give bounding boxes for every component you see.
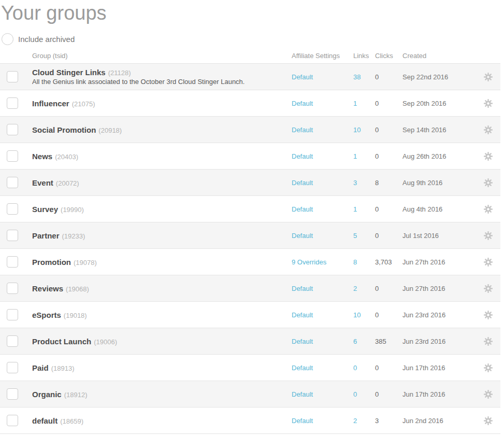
row-actions-cell: [477, 311, 500, 319]
group-name-link[interactable]: Influencer: [32, 99, 69, 108]
group-name-link[interactable]: Cloud Stinger Links: [32, 68, 106, 77]
group-name-link[interactable]: Survey: [32, 205, 58, 214]
affiliate-settings-link[interactable]: Default: [292, 179, 313, 187]
row-actions-cell: [477, 258, 500, 266]
group-tsid: (19990): [61, 206, 84, 214]
links-count-link[interactable]: 2: [353, 417, 357, 425]
links-count-link[interactable]: 6: [353, 338, 357, 345]
clicks-cell: 0: [375, 126, 402, 134]
affiliate-settings-link[interactable]: Default: [292, 232, 313, 240]
links-count-link[interactable]: 10: [353, 311, 361, 319]
row-checkbox[interactable]: [7, 177, 18, 188]
clicks-cell: 3,703: [375, 258, 402, 266]
page-title: Your groups: [1, 1, 504, 25]
row-actions-cell: [477, 284, 500, 293]
group-tsid: (20403): [55, 153, 78, 161]
affiliate-settings-link[interactable]: Default: [292, 338, 313, 345]
row-checkbox[interactable]: [7, 256, 18, 268]
gear-icon[interactable]: [484, 125, 493, 134]
group-name-link[interactable]: Promotion: [32, 258, 71, 266]
affiliate-settings-link[interactable]: Default: [292, 152, 313, 160]
affiliate-settings-link[interactable]: Default: [292, 73, 313, 81]
gear-icon[interactable]: [484, 99, 493, 108]
group-name-link[interactable]: Reviews: [32, 284, 63, 293]
links-count-link[interactable]: 2: [353, 285, 357, 292]
links-count-link[interactable]: 0: [353, 364, 357, 372]
affiliate-settings-link[interactable]: Default: [292, 364, 313, 372]
row-checkbox[interactable]: [7, 97, 18, 109]
group-name-link[interactable]: Paid: [32, 363, 49, 372]
links-cell: 2: [353, 417, 375, 425]
row-checkbox[interactable]: [7, 230, 18, 241]
links-cell: 0: [353, 364, 375, 372]
gear-icon[interactable]: [484, 152, 493, 161]
affiliate-settings-link[interactable]: Default: [292, 285, 313, 292]
affiliate-settings-link[interactable]: Default: [292, 311, 313, 319]
links-count-link[interactable]: 38: [353, 73, 361, 81]
group-cell: default(18659): [32, 416, 292, 425]
row-checkbox[interactable]: [7, 335, 18, 347]
group-cell: Organic(18912): [32, 390, 292, 399]
affiliate-settings-cell: Default: [292, 338, 353, 345]
your-groups-page: Your groups Include archived Group (tsid…: [0, 1, 504, 434]
links-count-link[interactable]: 10: [353, 126, 361, 134]
row-checkbox[interactable]: [7, 71, 18, 82]
affiliate-settings-link[interactable]: Default: [292, 205, 313, 213]
clicks-cell: 0: [375, 364, 402, 372]
gear-icon[interactable]: [484, 178, 493, 187]
group-cell: News(20403): [32, 152, 292, 161]
gear-icon[interactable]: [484, 337, 493, 346]
row-checkbox[interactable]: [7, 388, 18, 400]
links-count-link[interactable]: 5: [353, 232, 357, 240]
gear-icon[interactable]: [484, 363, 493, 372]
row-checkbox[interactable]: [7, 283, 18, 294]
links-count-link[interactable]: 3: [353, 179, 357, 187]
gear-icon[interactable]: [484, 205, 493, 214]
header-affiliate-settings: Affiliate Settings: [292, 52, 353, 60]
row-checkbox[interactable]: [7, 124, 18, 135]
row-checkbox[interactable]: [7, 362, 18, 373]
affiliate-settings-link[interactable]: Default: [292, 417, 313, 425]
row-actions-cell: [477, 390, 500, 399]
links-count-link[interactable]: 1: [353, 100, 357, 107]
affiliate-settings-link[interactable]: Default: [292, 100, 313, 107]
links-cell: 3: [353, 179, 375, 187]
gear-icon[interactable]: [484, 231, 493, 240]
group-tsid: (20072): [56, 179, 79, 187]
affiliate-settings-link[interactable]: 9 Overrides: [292, 258, 326, 266]
group-name-link[interactable]: eSports: [32, 311, 61, 319]
gear-icon[interactable]: [484, 258, 493, 266]
table-row: News(20403) Default 1 0 Aug 26th 2016: [0, 143, 500, 170]
affiliate-settings-link[interactable]: Default: [292, 390, 313, 398]
created-cell: Aug 26th 2016: [402, 152, 477, 160]
gear-icon[interactable]: [484, 311, 493, 319]
group-name-link[interactable]: Organic: [32, 390, 62, 399]
row-checkbox-cell: [0, 335, 32, 347]
links-count-link[interactable]: 8: [353, 258, 357, 266]
group-name-link[interactable]: Product Launch: [32, 337, 91, 346]
links-cell: 1: [353, 100, 375, 107]
links-count-link[interactable]: 1: [353, 205, 357, 213]
include-archived-radio[interactable]: [2, 33, 13, 45]
row-checkbox[interactable]: [7, 309, 18, 320]
row-checkbox[interactable]: [7, 203, 18, 215]
gear-icon[interactable]: [484, 390, 493, 399]
links-count-link[interactable]: 1: [353, 152, 357, 160]
group-name-link[interactable]: News: [32, 152, 52, 161]
gear-icon[interactable]: [484, 73, 493, 81]
group-name-link[interactable]: Social Promotion: [32, 125, 96, 134]
gear-icon[interactable]: [484, 416, 493, 425]
group-name-link[interactable]: default: [32, 416, 57, 425]
affiliate-settings-link[interactable]: Default: [292, 126, 313, 134]
group-tsid: (19078): [74, 259, 97, 266]
group-name-link[interactable]: Partner: [32, 231, 60, 240]
group-name-link[interactable]: Event: [32, 178, 53, 187]
links-count-link[interactable]: 0: [353, 390, 357, 398]
created-cell: Aug 9th 2016: [402, 179, 477, 187]
include-archived-toggle[interactable]: Include archived: [2, 32, 504, 46]
row-checkbox[interactable]: [7, 415, 18, 426]
gear-icon[interactable]: [484, 284, 493, 293]
row-checkbox[interactable]: [7, 150, 18, 162]
clicks-cell: 3: [375, 417, 402, 425]
row-checkbox-cell: [0, 415, 32, 426]
